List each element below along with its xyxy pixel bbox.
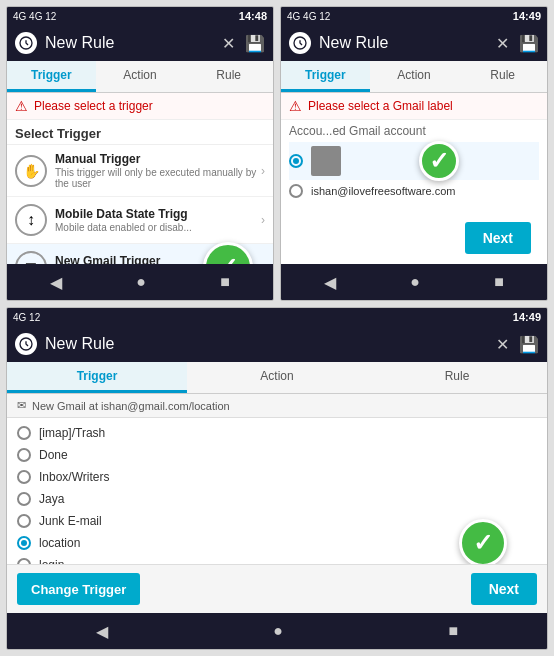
panel2-time: 14:49 xyxy=(513,10,541,22)
tab-action-p1[interactable]: Action xyxy=(96,61,185,92)
checkmark-overlay-p1 xyxy=(203,242,253,264)
recent-icon[interactable]: ■ xyxy=(220,273,230,291)
panel2-app-icon xyxy=(289,32,311,54)
panel1-tab-bar: Trigger Action Rule xyxy=(7,61,273,93)
panel1-app-icon xyxy=(15,32,37,54)
panel2-status-left: 4G 4G 12 xyxy=(287,11,330,22)
save-icon[interactable]: 💾 xyxy=(519,34,539,53)
change-trigger-button[interactable]: Change Trigger xyxy=(17,573,140,605)
tab-trigger-p2[interactable]: Trigger xyxy=(281,61,370,92)
trigger-icon-manual: ✋ xyxy=(15,155,47,187)
next-button-p3[interactable]: Next xyxy=(471,573,537,605)
panel3-action-bar: Change Trigger Next xyxy=(7,564,547,613)
panel2-next-area: Next xyxy=(281,212,547,264)
list-item[interactable]: ✋ Manual Trigger This trigger will only … xyxy=(7,145,273,197)
radio-label-2[interactable] xyxy=(17,470,31,484)
check-circle-p3 xyxy=(459,519,507,564)
checkmark-account1 xyxy=(419,141,459,181)
label-item[interactable]: Done xyxy=(17,444,537,466)
alert-icon-p2: ⚠ xyxy=(289,98,302,114)
trigger-text-data: Mobile Data State Trigg Mobile data enab… xyxy=(55,207,261,233)
radio-label-0[interactable] xyxy=(17,426,31,440)
panel3-title-bar: New Rule ✕ 💾 xyxy=(7,326,547,362)
panel1-status-left: 4G 4G 12 xyxy=(13,11,56,22)
label-text: Inbox/Writers xyxy=(39,470,109,484)
panel3-title: New Rule xyxy=(45,335,488,353)
panel2-status-bar: 4G 4G 12 14:49 xyxy=(281,7,547,25)
back-icon[interactable]: ◀ xyxy=(96,622,108,641)
account-row[interactable] xyxy=(289,142,539,180)
home-icon[interactable]: ● xyxy=(273,622,283,640)
panel3-tab-bar: Trigger Action Rule xyxy=(7,362,547,394)
panel3-title-icons: ✕ 💾 xyxy=(496,335,539,354)
radio-label-1[interactable] xyxy=(17,448,31,462)
home-icon[interactable]: ● xyxy=(410,273,420,291)
check-circle xyxy=(203,242,253,264)
tab-trigger-p3[interactable]: Trigger xyxy=(7,362,187,393)
radio-label-4[interactable] xyxy=(17,514,31,528)
back-icon[interactable]: ◀ xyxy=(324,273,336,292)
panel3-status-bar: 4G 12 14:49 xyxy=(7,308,547,326)
recent-icon[interactable]: ■ xyxy=(449,622,459,640)
gmail-icon: ✉ xyxy=(17,399,26,412)
radio-account1[interactable] xyxy=(289,154,303,168)
panel1-title-bar: New Rule ✕ 💾 xyxy=(7,25,273,61)
arrow-icon: › xyxy=(261,213,265,227)
label-text: [imap]/Trash xyxy=(39,426,105,440)
panel3-bottom-nav: ◀ ● ■ xyxy=(7,613,547,649)
alert-icon-p1: ⚠ xyxy=(15,98,28,114)
list-item[interactable]: ↕ Mobile Data State Trigg Mobile data en… xyxy=(7,197,273,244)
panel1-status-bar: 4G 4G 12 14:48 xyxy=(7,7,273,25)
panel2-bottom-nav: ◀ ● ■ xyxy=(281,264,547,300)
tab-rule-p3[interactable]: Rule xyxy=(367,362,547,393)
tab-action-p3[interactable]: Action xyxy=(187,362,367,393)
panel1-section-header: Select Trigger xyxy=(7,120,273,145)
label-item[interactable]: Inbox/Writers xyxy=(17,466,537,488)
close-icon[interactable]: ✕ xyxy=(496,34,509,53)
save-icon[interactable]: 💾 xyxy=(245,34,265,53)
account-row[interactable]: ishan@ilovefreesoftware.com xyxy=(289,180,539,202)
label-text: Done xyxy=(39,448,68,462)
back-icon[interactable]: ◀ xyxy=(50,273,62,292)
label-item[interactable]: location xyxy=(17,532,537,554)
recent-icon[interactable]: ■ xyxy=(494,273,504,291)
radio-account2[interactable] xyxy=(289,184,303,198)
tab-action-p2[interactable]: Action xyxy=(370,61,459,92)
list-item[interactable]: ✉ New Gmail Trigger New Gmail received i… xyxy=(7,244,273,264)
panel2: 4G 4G 12 14:49 New Rule ✕ 💾 Trigger Acti… xyxy=(280,6,548,301)
label-text: location xyxy=(39,536,80,550)
account-email: ishan@ilovefreesoftware.com xyxy=(311,185,455,197)
panel1-bottom-nav: ◀ ● ■ xyxy=(7,264,273,300)
panel2-title-icons: ✕ 💾 xyxy=(496,34,539,53)
panel3-app-icon xyxy=(15,333,37,355)
label-item[interactable]: Jaya xyxy=(17,488,537,510)
trigger-icon-gmail: ✉ xyxy=(15,251,47,264)
close-icon[interactable]: ✕ xyxy=(496,335,509,354)
panel2-title-bar: New Rule ✕ 💾 xyxy=(281,25,547,61)
panel2-tab-bar: Trigger Action Rule xyxy=(281,61,547,93)
next-button-p2[interactable]: Next xyxy=(465,222,531,254)
radio-label-5[interactable] xyxy=(17,536,31,550)
panel3-time: 14:49 xyxy=(513,311,541,323)
panel3-label-list: [imap]/Trash Done Inbox/Writers Jaya Jun… xyxy=(7,418,547,564)
account-section-label: Accou...ed Gmail account xyxy=(289,124,539,138)
trigger-icon-data: ↕ xyxy=(15,204,47,236)
panel1-title-icons: ✕ 💾 xyxy=(222,34,265,53)
panel2-alert: ⚠ Please select a Gmail label xyxy=(281,93,547,120)
panel1-trigger-list: ✋ Manual Trigger This trigger will only … xyxy=(7,145,273,264)
panel3-status-left: 4G 12 xyxy=(13,312,40,323)
alert-text-p2: Please select a Gmail label xyxy=(308,99,453,113)
tab-rule-p2[interactable]: Rule xyxy=(458,61,547,92)
close-icon[interactable]: ✕ xyxy=(222,34,235,53)
radio-label-3[interactable] xyxy=(17,492,31,506)
home-icon[interactable]: ● xyxy=(136,273,146,291)
tab-trigger-p1[interactable]: Trigger xyxy=(7,61,96,92)
panel1-time: 14:48 xyxy=(239,10,267,22)
panel3: 4G 12 14:49 New Rule ✕ 💾 Trigger Action … xyxy=(6,307,548,650)
tab-rule-p1[interactable]: Rule xyxy=(184,61,273,92)
alert-text-p1: Please select a trigger xyxy=(34,99,153,113)
label-text: login xyxy=(39,558,64,564)
save-icon[interactable]: 💾 xyxy=(519,335,539,354)
label-item[interactable]: [imap]/Trash xyxy=(17,422,537,444)
radio-label-6[interactable] xyxy=(17,558,31,564)
